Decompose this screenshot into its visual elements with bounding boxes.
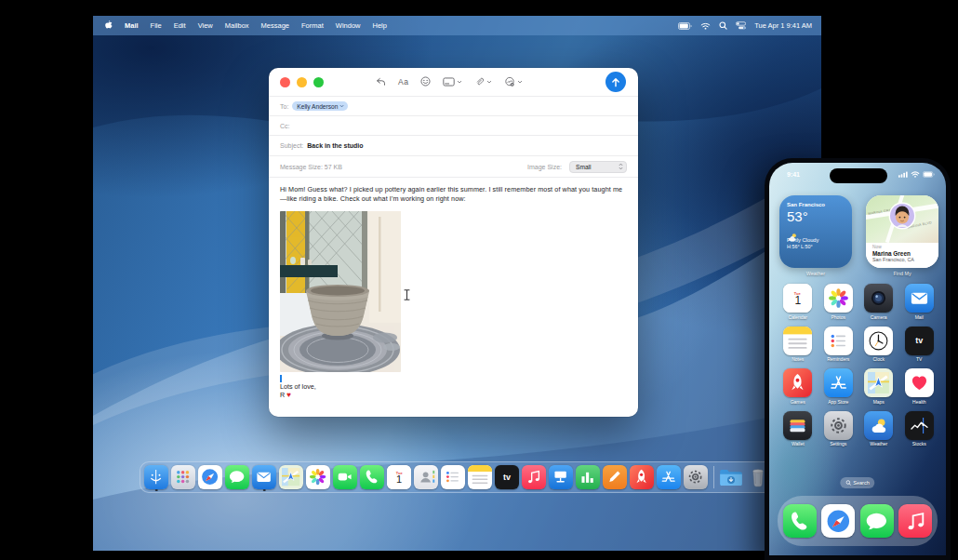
iphone-app-settings[interactable]: Settings bbox=[819, 411, 857, 447]
message-body[interactable]: Hi Mom! Guess what? I picked up pottery … bbox=[269, 177, 638, 417]
dock-item-finder[interactable] bbox=[144, 463, 169, 491]
tv-app-icon[interactable]: tv bbox=[495, 465, 519, 489]
dock-item-facetime[interactable] bbox=[333, 463, 358, 491]
reminders-app-icon[interactable] bbox=[441, 465, 465, 489]
dock-item-calendar[interactable]: Tue1 bbox=[387, 463, 412, 491]
keynote-app-icon[interactable] bbox=[549, 465, 573, 489]
attach-file-button[interactable] bbox=[474, 77, 492, 87]
iphone-app-calendar[interactable]: Tue1Calendar bbox=[779, 284, 817, 320]
dock-item-settings[interactable] bbox=[684, 463, 709, 491]
iphone-dock-phone[interactable] bbox=[783, 504, 817, 538]
emoji-button[interactable] bbox=[420, 76, 431, 87]
find-my-widget[interactable]: MARINA GREEN DR MARINA BLVD bbox=[866, 195, 938, 268]
subject-field[interactable]: Back in the studio bbox=[307, 142, 363, 149]
menu-bar-clock[interactable]: Tue Apr 1 9:41 AM bbox=[754, 21, 812, 30]
dock-item-numbers[interactable] bbox=[576, 463, 601, 491]
dock-item-phone[interactable] bbox=[360, 463, 385, 491]
iphone-app-weather[interactable]: Weather bbox=[860, 411, 898, 447]
stocks-app-icon[interactable] bbox=[905, 411, 934, 440]
iphone-app-notes[interactable]: Notes bbox=[779, 327, 817, 363]
dock-item-pages[interactable] bbox=[603, 463, 628, 491]
mail-app-icon[interactable] bbox=[905, 284, 934, 313]
wifi-icon[interactable] bbox=[700, 22, 711, 30]
mail-app-icon[interactable] bbox=[252, 465, 276, 489]
notes-app-icon[interactable] bbox=[468, 465, 492, 489]
dock-item-launchpad[interactable] bbox=[171, 463, 196, 491]
iphone-app-photos[interactable]: Photos bbox=[819, 284, 857, 320]
safari-app-icon[interactable] bbox=[821, 504, 855, 538]
dock-item-notes[interactable] bbox=[468, 463, 493, 491]
wallet-app-icon[interactable] bbox=[783, 411, 812, 440]
dock-item-safari[interactable] bbox=[198, 463, 223, 491]
appstore-app-icon[interactable] bbox=[824, 368, 853, 397]
settings-app-icon[interactable] bbox=[684, 465, 708, 489]
menu-item-window[interactable]: Window bbox=[336, 21, 361, 30]
format-button[interactable]: Aa bbox=[398, 77, 408, 87]
iphone-app-mail[interactable]: Mail bbox=[900, 284, 938, 320]
iphone-app-tv[interactable]: tvTV bbox=[900, 327, 938, 363]
dock-item-photos[interactable] bbox=[306, 463, 331, 491]
battery-icon[interactable] bbox=[678, 22, 692, 30]
facetime-app-icon[interactable] bbox=[333, 465, 357, 489]
menu-item-mail[interactable]: Mail bbox=[125, 21, 139, 30]
maps-app-icon[interactable] bbox=[279, 465, 303, 489]
photos-app-icon[interactable] bbox=[824, 284, 853, 313]
appstore-app-icon[interactable] bbox=[657, 465, 681, 489]
menu-item-help[interactable]: Help bbox=[372, 21, 386, 30]
attached-photo[interactable] bbox=[280, 211, 401, 372]
messages-app-icon[interactable] bbox=[225, 465, 249, 489]
launchpad-app-icon[interactable] bbox=[171, 465, 195, 489]
send-button[interactable] bbox=[605, 72, 626, 92]
iphone-app-maps[interactable]: Maps bbox=[860, 368, 898, 405]
dock-item-tv[interactable]: tv bbox=[495, 463, 520, 491]
menu-item-message[interactable]: Message bbox=[261, 21, 289, 30]
undo-icon[interactable] bbox=[376, 77, 386, 87]
numbers-app-icon[interactable] bbox=[576, 465, 600, 489]
iphone-app-wallet[interactable]: Wallet bbox=[779, 411, 817, 447]
iphone-app-games[interactable]: Games bbox=[779, 368, 817, 405]
dock-item-games[interactable] bbox=[630, 463, 655, 491]
dock-item-downloads[interactable] bbox=[719, 463, 744, 491]
dock-item-contacts[interactable] bbox=[414, 463, 439, 491]
iphone-app-health[interactable]: Health bbox=[900, 368, 938, 405]
iphone-app-clock[interactable]: Clock bbox=[860, 327, 898, 363]
iphone-dock-music[interactable] bbox=[898, 504, 932, 538]
settings-app-icon[interactable] bbox=[824, 411, 853, 440]
safari-app-icon[interactable] bbox=[198, 465, 222, 489]
health-app-icon[interactable] bbox=[905, 368, 934, 397]
menu-item-view[interactable]: View bbox=[198, 21, 213, 30]
iphone-dock-safari[interactable] bbox=[821, 504, 855, 538]
menu-item-file[interactable]: File bbox=[151, 21, 162, 30]
dock-item-appstore[interactable] bbox=[657, 463, 682, 491]
tv-app-icon[interactable]: tv bbox=[905, 327, 934, 355]
zoom-button[interactable] bbox=[313, 77, 324, 87]
dock-item-music[interactable] bbox=[522, 463, 547, 491]
games-app-icon[interactable] bbox=[630, 465, 654, 489]
menu-item-format[interactable]: Format bbox=[301, 21, 324, 30]
calendar-app-icon[interactable]: Tue1 bbox=[387, 465, 411, 489]
contacts-app-icon[interactable] bbox=[414, 465, 438, 489]
pages-app-icon[interactable] bbox=[603, 465, 627, 489]
dock-item-maps[interactable] bbox=[279, 463, 304, 491]
recipient-token[interactable]: Kelly Anderson bbox=[292, 101, 348, 111]
weather-app-icon[interactable] bbox=[864, 411, 893, 440]
notes-app-icon[interactable] bbox=[783, 327, 812, 355]
clock-app-icon[interactable] bbox=[864, 327, 893, 355]
phone-app-icon[interactable] bbox=[360, 465, 384, 489]
iphone-app-reminders[interactable]: Reminders bbox=[819, 327, 857, 363]
dock-item-keynote[interactable] bbox=[549, 463, 574, 491]
dock-item-messages[interactable] bbox=[225, 463, 250, 491]
downloads-app-icon[interactable] bbox=[719, 465, 743, 489]
apple-menu[interactable] bbox=[104, 20, 113, 32]
calendar-app-icon[interactable]: Tue1 bbox=[783, 284, 812, 313]
games-app-icon[interactable] bbox=[783, 368, 812, 397]
image-size-select[interactable]: Small bbox=[569, 161, 627, 173]
messages-app-icon[interactable] bbox=[860, 504, 894, 538]
maps-app-icon[interactable] bbox=[864, 368, 893, 397]
music-app-icon[interactable] bbox=[898, 504, 932, 538]
weather-widget[interactable]: San Francisco 53° Partly Cloudy H:56° L:… bbox=[779, 195, 852, 268]
menu-item-edit[interactable]: Edit bbox=[174, 21, 186, 30]
home-search-button[interactable]: Search bbox=[840, 477, 874, 488]
phone-app-icon[interactable] bbox=[783, 504, 817, 538]
control-center-icon[interactable] bbox=[736, 21, 746, 30]
